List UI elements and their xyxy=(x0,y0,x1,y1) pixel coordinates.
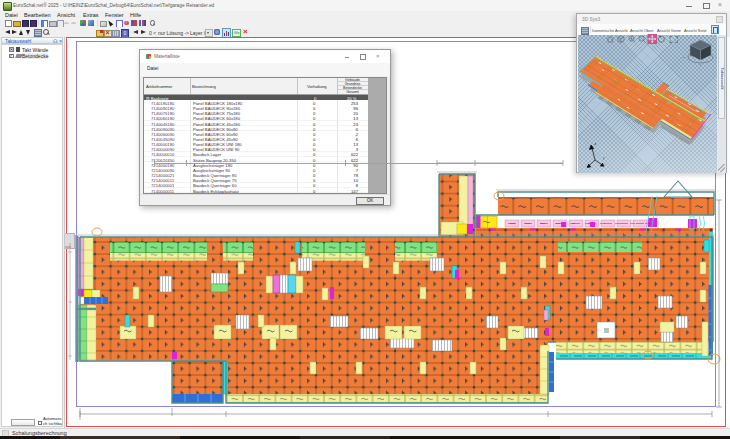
svg-text:y: y xyxy=(603,156,605,160)
svg-text:z: z xyxy=(595,142,597,146)
